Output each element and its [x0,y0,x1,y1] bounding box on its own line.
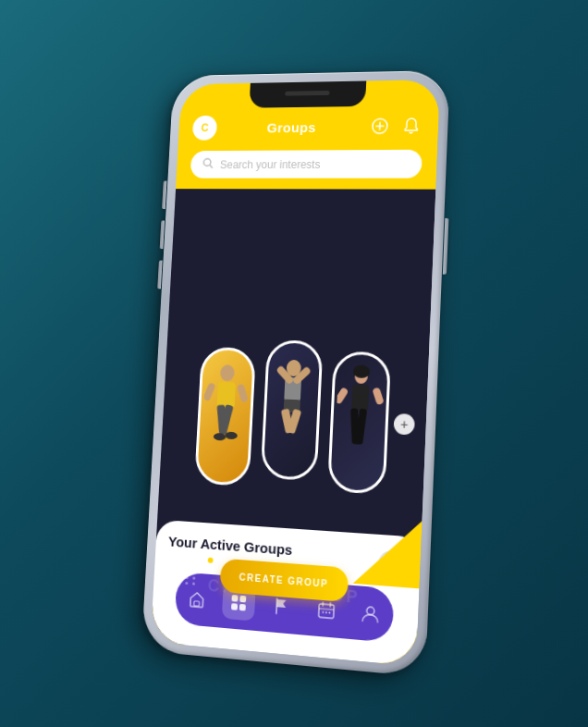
svg-rect-12 [237,383,249,402]
person-svg-2 [266,349,317,471]
svg-point-40 [367,607,375,615]
svg-rect-29 [240,596,247,603]
person-svg-1 [200,355,250,476]
svg-rect-6 [216,381,236,407]
silent-button [157,261,162,290]
svg-point-0 [373,118,388,133]
svg-point-3 [203,159,211,166]
svg-rect-33 [318,604,334,619]
svg-rect-23 [350,408,360,444]
svg-point-20 [354,368,368,384]
nav-item-groups[interactable] [222,585,256,621]
svg-rect-25 [334,387,349,405]
person-svg-3 [333,360,385,484]
add-icon[interactable] [367,114,392,138]
svg-rect-28 [232,595,239,602]
svg-rect-15 [284,399,300,413]
search-bar[interactable]: Search your interests [190,150,423,179]
svg-point-21 [353,364,371,378]
back-icon: C [201,122,209,134]
svg-rect-30 [231,603,238,610]
speaker [285,91,329,96]
nav-item-flag[interactable] [265,588,300,625]
plus-button[interactable]: + [393,413,414,435]
create-group-button[interactable]: CREATE GROUP [219,559,349,602]
svg-point-10 [225,431,238,439]
person-card-2 [261,339,324,481]
page-title: Groups [266,119,316,135]
svg-rect-11 [202,382,215,401]
power-button [443,218,449,275]
svg-point-37 [322,611,324,613]
person-card-3 [327,351,391,494]
middle-section: CHASE GROUP + CREATE GR [151,189,436,666]
header-icons [367,114,423,138]
svg-point-5 [220,364,235,381]
person-card-1 [194,346,256,486]
create-group-label: CREATE GROUP [239,572,328,589]
phone-wrapper: C Groups [141,70,450,677]
svg-line-32 [276,598,277,613]
svg-line-36 [319,609,334,610]
svg-rect-24 [355,408,367,444]
volume-down-button [160,220,165,249]
volume-up-button [162,181,166,209]
svg-rect-31 [239,604,246,611]
svg-line-4 [210,166,212,167]
search-placeholder: Search your interests [220,157,410,170]
watermark-text: CHASE GROUP [207,576,361,609]
svg-rect-22 [351,384,369,411]
nav-item-calendar[interactable] [309,592,344,629]
screen-layout: C Groups [151,80,441,667]
svg-rect-17 [287,408,301,434]
svg-point-38 [325,611,326,613]
yellow-accent [353,517,423,589]
search-icon [202,158,214,171]
svg-rect-19 [292,365,312,385]
svg-rect-16 [281,408,294,433]
svg-point-39 [328,611,330,613]
phone-screen: C Groups [151,80,441,667]
back-button[interactable]: C [192,116,217,141]
notch [249,81,366,108]
svg-rect-26 [372,387,384,405]
